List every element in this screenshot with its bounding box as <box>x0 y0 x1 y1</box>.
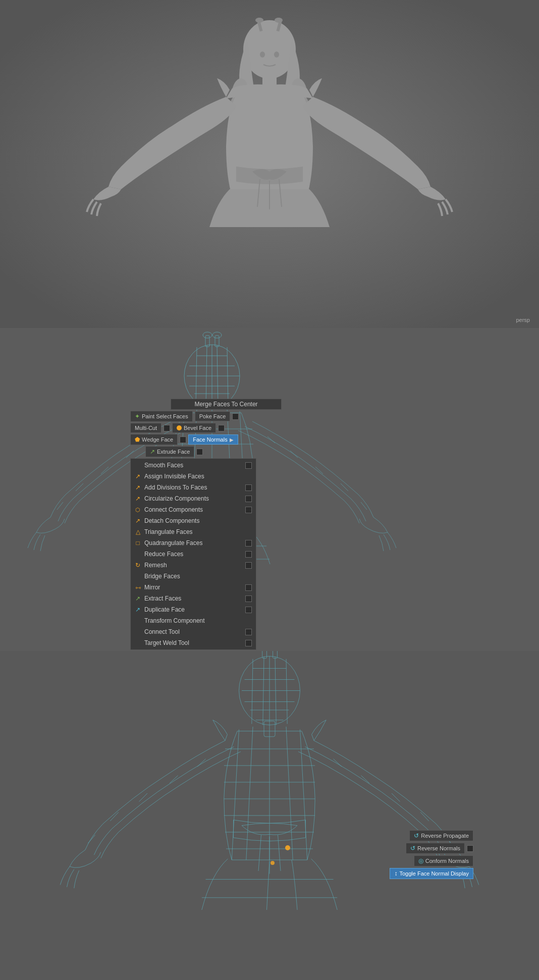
viewport-mid[interactable]: Merge Faces To Center ✦ Paint Select Fac… <box>0 328 539 651</box>
target-weld-icon <box>134 639 142 647</box>
face-normals-arrow: ▶ <box>230 437 234 443</box>
bridge-icon <box>134 572 142 580</box>
add-divisions-icon: ↗ <box>134 483 142 492</box>
menu-item-duplicate-face[interactable]: ↗ Duplicate Face <box>131 604 256 615</box>
assign-invisible-icon: ↗ <box>134 472 142 480</box>
duplicate-icon: ↗ <box>134 606 142 614</box>
bot-wireframe-bg <box>0 651 539 980</box>
menu-item-connect-components[interactable]: ⬡ Connect Components <box>131 504 256 515</box>
toolbar-row-1: ✦ Paint Select Faces Poke Face <box>130 411 282 422</box>
menu-item-triangulate[interactable]: △ Triangulate Faces <box>131 526 256 537</box>
wedge-face-button[interactable]: ⬟ Wedge Face <box>130 434 178 445</box>
menu-item-quadrangulate[interactable]: □ Quadrangulate Faces <box>131 537 256 549</box>
mirror-checkbox[interactable] <box>245 584 252 591</box>
viewport-top[interactable]: persp <box>0 0 539 328</box>
triangulate-icon: △ <box>134 528 142 536</box>
reverse-propagate-row: ↺ Reverse Propagate <box>409 830 473 841</box>
menu-item-smooth-faces[interactable]: Smooth Faces <box>131 460 256 471</box>
connect-tool-icon <box>134 628 142 636</box>
reverse-normals-button[interactable]: ↺ Reverse Normals <box>406 843 465 854</box>
circularize-icon: ↗ <box>134 495 142 503</box>
face-normals-button[interactable]: Face Normals ▶ <box>188 434 238 445</box>
svg-point-14 <box>260 51 265 58</box>
bevel-face-button[interactable]: Bevel Face <box>172 423 216 433</box>
bevel-face-checkbox[interactable] <box>218 425 225 431</box>
toolbar-row-2: Multi-Cut Bevel Face <box>130 423 282 433</box>
svg-point-103 <box>271 861 275 865</box>
extract-faces-checkbox[interactable] <box>245 595 252 602</box>
mirror-icon: ⧟ <box>134 583 142 591</box>
extrude-face-checkbox[interactable] <box>196 449 203 455</box>
remesh-checkbox[interactable] <box>245 562 252 569</box>
connect-components-checkbox[interactable] <box>245 507 252 513</box>
poke-face-button[interactable]: Poke Face <box>195 411 231 421</box>
bevel-icon <box>177 425 182 430</box>
merge-faces-bar[interactable]: Merge Faces To Center <box>171 399 282 410</box>
poke-face-checkbox[interactable] <box>232 413 239 420</box>
target-weld-checkbox[interactable] <box>245 640 252 646</box>
conform-normals-button[interactable]: ◎ Conform Normals <box>414 855 473 866</box>
reverse-normals-checkbox[interactable] <box>467 845 473 852</box>
menu-item-transform-component[interactable]: Transform Component <box>131 615 256 626</box>
menu-item-bridge-faces[interactable]: Bridge Faces <box>131 571 256 582</box>
reverse-propagate-button[interactable]: ↺ Reverse Propagate <box>409 830 473 841</box>
quadrangulate-checkbox[interactable] <box>245 540 252 547</box>
menu-item-connect-tool[interactable]: Connect Tool <box>131 626 256 637</box>
svg-point-15 <box>274 51 279 58</box>
smooth-icon <box>134 461 142 469</box>
transform-icon <box>134 617 142 625</box>
viewport-label: persp <box>516 317 530 323</box>
toggle-face-normal-button[interactable]: ↕ Toggle Face Normal Display <box>390 868 473 879</box>
dropdown-menu: Smooth Faces ↗ Assign Invisible Faces ↗ … <box>130 458 256 650</box>
wedge-face-checkbox[interactable] <box>180 437 186 443</box>
menu-item-assign-invisible[interactable]: ↗ Assign Invisible Faces <box>131 471 256 482</box>
menu-item-detach-components[interactable]: ↗ Detach Components <box>131 515 256 526</box>
viewport-bot[interactable]: ↺ Reverse Propagate ↺ Reverse Normals ◎ … <box>0 651 539 980</box>
toggle-display-row: ↕ Toggle Face Normal Display <box>390 868 473 879</box>
extrude-face-button[interactable]: ↗ Extrude Face <box>145 446 194 457</box>
reduce-icon <box>134 550 142 558</box>
normals-overlay-menu[interactable]: ↺ Reverse Propagate ↺ Reverse Normals ◎ … <box>390 830 473 879</box>
remesh-icon: ↻ <box>134 561 142 569</box>
multi-cut-checkbox[interactable] <box>164 425 170 431</box>
context-menu[interactable]: Merge Faces To Center ✦ Paint Select Fac… <box>130 399 282 650</box>
smooth-faces-checkbox[interactable] <box>245 462 252 469</box>
connect-tool-checkbox[interactable] <box>245 629 252 635</box>
toolbar-row-3: ⬟ Wedge Face Face Normals ▶ <box>130 434 282 445</box>
svg-point-102 <box>285 845 290 850</box>
reduce-faces-checkbox[interactable] <box>245 551 252 558</box>
menu-item-circularize[interactable]: ↗ Circularize Components <box>131 493 256 504</box>
menu-item-add-divisions[interactable]: ↗ Add Divisions To Faces <box>131 482 256 493</box>
svg-point-4 <box>255 18 263 23</box>
circularize-checkbox[interactable] <box>245 496 252 502</box>
connect-components-icon: ⬡ <box>134 506 142 514</box>
add-divisions-checkbox[interactable] <box>245 484 252 491</box>
detach-icon: ↗ <box>134 517 142 525</box>
quadrangulate-icon: □ <box>134 539 142 547</box>
svg-point-5 <box>275 18 283 23</box>
menu-item-target-weld[interactable]: Target Weld Tool <box>131 637 256 648</box>
top-bg <box>0 0 539 328</box>
menu-item-reduce-faces[interactable]: Reduce Faces <box>131 549 256 560</box>
paint-select-button[interactable]: ✦ Paint Select Faces <box>130 411 193 422</box>
menu-item-mirror[interactable]: ⧟ Mirror <box>131 582 256 593</box>
conform-normals-row: ◎ Conform Normals <box>414 855 473 866</box>
menu-item-extract-faces[interactable]: ↗ Extract Faces <box>131 593 256 604</box>
duplicate-face-checkbox[interactable] <box>245 607 252 613</box>
toolbar-row-4: ↗ Extrude Face <box>130 446 282 457</box>
multi-cut-button[interactable]: Multi-Cut <box>130 423 161 433</box>
menu-item-remesh[interactable]: ↻ Remesh <box>131 560 256 571</box>
reverse-normals-row: ↺ Reverse Normals <box>406 843 473 854</box>
extract-icon: ↗ <box>134 594 142 603</box>
